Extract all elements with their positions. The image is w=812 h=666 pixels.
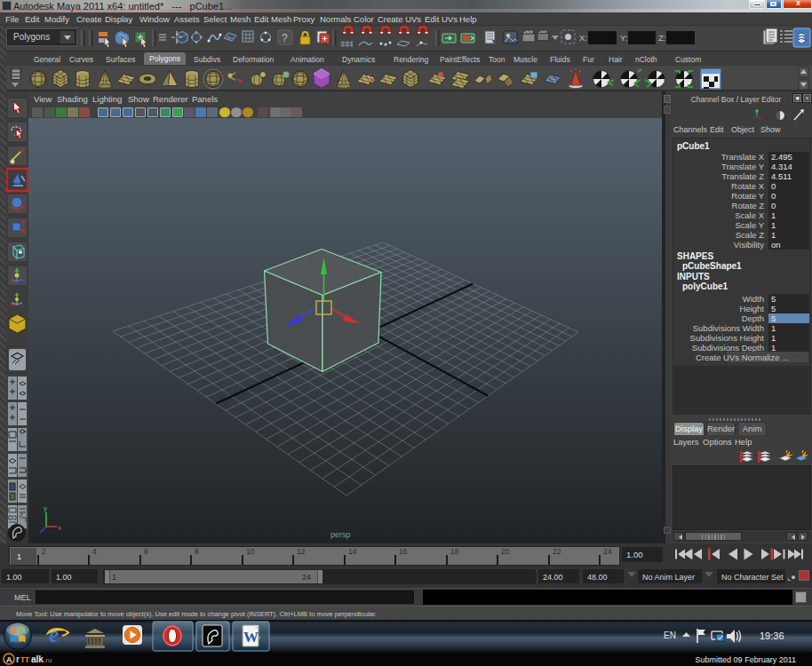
svg-text:.ru: .ru [44, 656, 52, 664]
svg-text:?: ? [282, 32, 288, 44]
svg-text:persp: persp [330, 530, 351, 539]
svg-text:тт: тт [20, 654, 29, 664]
svg-text:x: x [58, 524, 61, 532]
svg-text:W: W [243, 629, 259, 646]
svg-text:e: e [49, 622, 59, 646]
svg-text:r: r [16, 654, 20, 664]
svg-text:A: A [6, 655, 12, 664]
svg-text:X:: X: [579, 33, 587, 43]
svg-text:alk: alk [31, 654, 44, 664]
svg-text:Z:: Z: [658, 33, 665, 43]
svg-text:EN: EN [664, 630, 676, 640]
svg-text:y: y [44, 504, 47, 512]
svg-text:Y:: Y: [620, 33, 627, 43]
